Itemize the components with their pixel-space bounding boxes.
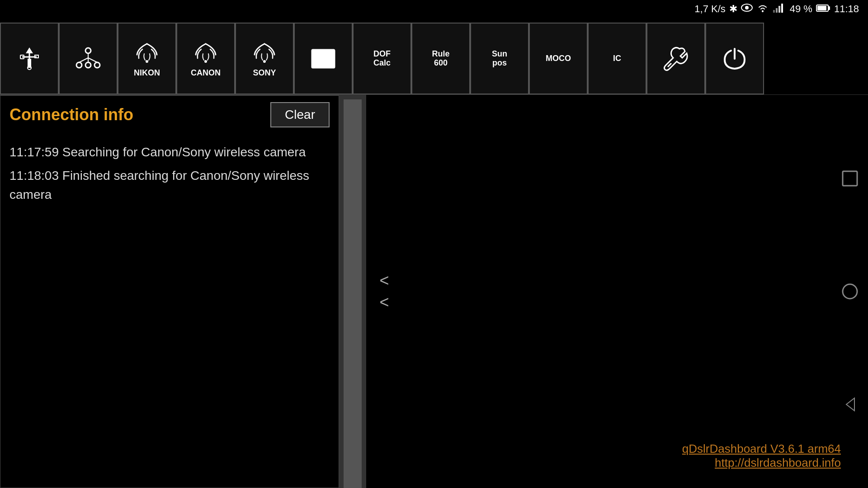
svg-point-26 bbox=[263, 60, 266, 63]
status-speed: 1,7 K/s bbox=[694, 3, 725, 15]
status-time: 11:18 bbox=[834, 3, 859, 15]
network-button[interactable] bbox=[59, 23, 118, 94]
version-link-2[interactable]: http://dslrdashboard.info bbox=[682, 456, 841, 470]
svg-point-2 bbox=[762, 10, 764, 12]
android-back-button[interactable] bbox=[840, 394, 860, 414]
canon-button[interactable]: CANON bbox=[176, 23, 235, 94]
svg-point-18 bbox=[76, 62, 82, 68]
dof-label: DOFCalc bbox=[373, 50, 391, 68]
sony-button[interactable]: SONY bbox=[235, 23, 294, 94]
log-entry-2: 11:18:03 Finished searching for Canon/So… bbox=[9, 166, 330, 204]
svg-point-25 bbox=[204, 60, 207, 63]
svg-marker-33 bbox=[846, 398, 854, 411]
moco-label: MOCO bbox=[546, 54, 571, 63]
nikon-button[interactable]: NIKON bbox=[118, 23, 176, 94]
svg-marker-11 bbox=[26, 47, 33, 53]
collapse-arrow-1[interactable]: < bbox=[379, 271, 389, 290]
svg-rect-4 bbox=[776, 8, 778, 13]
status-wifi bbox=[756, 3, 769, 15]
canon-label: CANON bbox=[191, 69, 221, 78]
rule-label: Rule600 bbox=[432, 50, 449, 68]
version-link-1[interactable]: qDslrDashboard V3.6.1 arm64 bbox=[682, 442, 841, 456]
connection-title: Connection info bbox=[9, 105, 133, 124]
svg-rect-3 bbox=[773, 10, 775, 13]
scrollbar[interactable] bbox=[339, 95, 366, 488]
svg-rect-5 bbox=[778, 6, 780, 13]
svg-rect-9 bbox=[817, 6, 826, 10]
android-navigation bbox=[832, 95, 868, 488]
log-area: 11:17:59 Searching for Canon/Sony wirele… bbox=[0, 134, 339, 213]
tools-button[interactable] bbox=[646, 23, 705, 94]
status-eye bbox=[741, 3, 753, 15]
android-square-button[interactable] bbox=[840, 169, 860, 188]
nikon-label: NIKON bbox=[134, 69, 160, 78]
status-bluetooth: ✱ bbox=[729, 3, 737, 15]
svg-line-29 bbox=[668, 63, 671, 67]
rule-600-button[interactable]: Rule600 bbox=[411, 23, 470, 94]
moco-button[interactable]: MOCO bbox=[529, 23, 588, 94]
main-area: Connection info Clear 11:17:59 Searching… bbox=[0, 95, 868, 488]
toolbar: NIKON CANON SONY bbox=[0, 23, 868, 95]
collapse-panel[interactable]: < < bbox=[366, 95, 402, 488]
svg-rect-8 bbox=[828, 6, 830, 10]
sony-label: SONY bbox=[253, 69, 276, 78]
left-panel: Connection info Clear 11:17:59 Searching… bbox=[0, 95, 339, 488]
usb-button[interactable] bbox=[0, 23, 59, 94]
svg-line-22 bbox=[79, 58, 88, 62]
sun-pos-button[interactable]: Sunpos bbox=[470, 23, 529, 94]
status-battery-icon bbox=[816, 3, 830, 15]
right-panel: qDslrDashboard V3.6.1 arm64 http://dslrd… bbox=[402, 95, 868, 488]
svg-line-23 bbox=[88, 58, 97, 62]
svg-point-17 bbox=[85, 48, 91, 53]
svg-point-1 bbox=[745, 6, 749, 9]
gallery-button[interactable] bbox=[294, 23, 353, 94]
ic-label: IC bbox=[613, 54, 621, 63]
version-info: qDslrDashboard V3.6.1 arm64 http://dslrd… bbox=[682, 442, 841, 470]
sun-label: Sunpos bbox=[492, 50, 507, 68]
svg-rect-31 bbox=[843, 171, 857, 186]
log-entry-1: 11:17:59 Searching for Canon/Sony wirele… bbox=[9, 143, 330, 162]
ic-button[interactable]: IC bbox=[588, 23, 646, 94]
clear-button[interactable]: Clear bbox=[270, 102, 330, 127]
status-battery-percent: 49 % bbox=[790, 3, 812, 15]
svg-point-24 bbox=[146, 60, 148, 63]
android-circle-button[interactable] bbox=[840, 282, 860, 301]
dof-calc-button[interactable]: DOFCalc bbox=[353, 23, 411, 94]
svg-rect-6 bbox=[781, 4, 783, 13]
status-signal bbox=[773, 3, 786, 15]
power-button[interactable] bbox=[705, 23, 764, 94]
scrollbar-track[interactable] bbox=[344, 99, 362, 488]
svg-point-20 bbox=[94, 62, 100, 68]
status-bar: 1,7 K/s ✱ 49 % 11:18 bbox=[685, 0, 868, 18]
connection-header: Connection info Clear bbox=[0, 96, 339, 134]
collapse-arrow-2[interactable]: < bbox=[379, 293, 389, 312]
svg-point-19 bbox=[85, 62, 91, 68]
svg-point-32 bbox=[843, 284, 857, 299]
